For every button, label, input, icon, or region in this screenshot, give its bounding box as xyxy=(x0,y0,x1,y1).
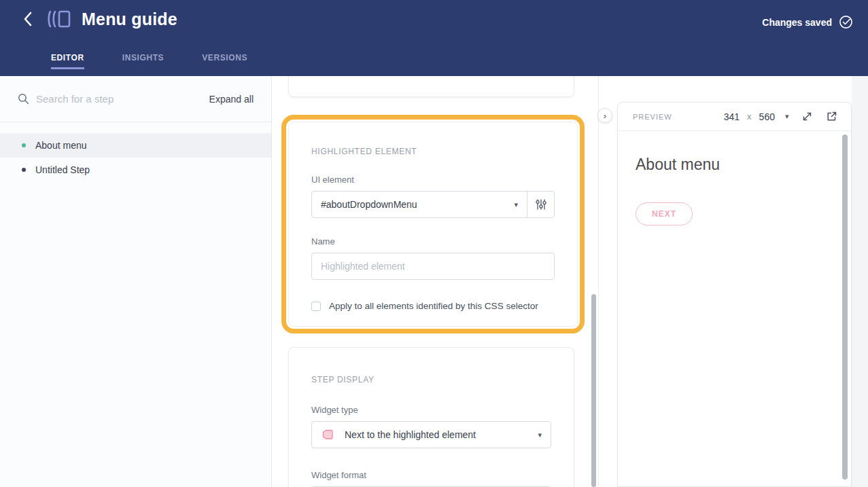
step-list: About menu Untitled Step xyxy=(0,133,271,182)
name-label: Name xyxy=(311,236,555,247)
preview-panel: PREVIEW 341 x 560 ▾ xyxy=(617,102,852,487)
tab-insights[interactable]: INSIGHTS xyxy=(122,42,164,69)
guide-logo-icon xyxy=(45,7,72,31)
sliders-icon xyxy=(536,198,546,211)
chevron-right-icon: › xyxy=(604,111,606,120)
previous-settings-card xyxy=(288,76,574,97)
header-tabs: EDITOR INSIGHTS VERSIONS xyxy=(51,42,247,69)
changes-saved-label: Changes saved xyxy=(762,17,832,28)
preview-step-title: About menu xyxy=(636,156,851,174)
preview-next-button[interactable]: NEXT xyxy=(636,202,693,226)
preview-scrollbar[interactable] xyxy=(842,134,848,480)
step-item-label: Untitled Step xyxy=(35,164,90,175)
preview-width-value: 341 xyxy=(724,111,740,122)
expand-preview-button[interactable] xyxy=(801,111,813,122)
preview-size-select[interactable]: 341 x 560 ▾ xyxy=(724,111,789,122)
back-button[interactable] xyxy=(18,9,37,29)
step-item-untitled-step[interactable]: Untitled Step xyxy=(0,158,271,182)
ui-element-select[interactable]: #aboutDropdownMenu ▾ xyxy=(312,192,527,217)
preview-title: PREVIEW xyxy=(633,113,672,121)
section-title: STEP DISPLAY xyxy=(311,375,551,384)
widget-type-label: Widget type xyxy=(311,405,551,415)
editor-scrollbar[interactable] xyxy=(591,294,596,487)
expand-arrows-icon xyxy=(801,111,813,122)
ui-element-combo: #aboutDropdownMenu ▾ xyxy=(311,191,555,218)
apply-all-label: Apply to all elements identified by this… xyxy=(329,301,538,311)
ui-element-value: #aboutDropdownMenu xyxy=(321,199,514,210)
ui-element-label: UI element xyxy=(311,175,555,185)
step-status-dot xyxy=(22,168,26,172)
highlighted-element-card: HIGHLIGHTED ELEMENT UI element #aboutDro… xyxy=(288,122,578,327)
selector-settings-button[interactable] xyxy=(527,192,554,217)
collapse-preview-button[interactable]: › xyxy=(597,108,612,123)
preview-header: PREVIEW 341 x 560 ▾ xyxy=(618,103,851,131)
apply-all-checkbox[interactable] xyxy=(311,302,321,311)
step-status-dot xyxy=(22,143,26,147)
check-circle-icon xyxy=(839,15,853,29)
step-item-label: About menu xyxy=(35,140,87,151)
widget-bubble-icon xyxy=(321,428,334,441)
tab-editor[interactable]: EDITOR xyxy=(51,42,84,69)
chevron-down-icon: ▾ xyxy=(785,112,789,121)
back-chevron-icon xyxy=(23,12,32,26)
preview-region: › PREVIEW 341 x 560 ▾ xyxy=(599,76,868,487)
step-editor-panel: HIGHLIGHTED ELEMENT UI element #aboutDro… xyxy=(272,76,599,487)
step-item-about-menu[interactable]: About menu xyxy=(0,133,271,158)
highlighted-element-ring: HIGHLIGHTED ELEMENT UI element #aboutDro… xyxy=(281,115,585,333)
chevron-down-icon: ▾ xyxy=(538,431,542,439)
step-search-row: Expand all xyxy=(0,76,271,122)
widget-format-label: Widget format xyxy=(311,470,551,480)
preview-height-value: 560 xyxy=(759,111,775,122)
right-margin-strip xyxy=(852,76,868,487)
app-header: Menu guide Changes saved EDITOR INSIGHTS… xyxy=(0,0,868,76)
step-display-card: STEP DISPLAY Widget type Next to the hig… xyxy=(288,347,574,487)
page-title: Menu guide xyxy=(82,10,177,29)
widget-type-value: Next to the highlighted element xyxy=(345,429,538,440)
size-separator: x xyxy=(747,111,752,122)
element-name-input[interactable] xyxy=(311,253,555,280)
section-title: HIGHLIGHTED ELEMENT xyxy=(311,147,555,156)
tab-versions[interactable]: VERSIONS xyxy=(202,42,247,69)
expand-all-link[interactable]: Expand all xyxy=(209,94,254,105)
search-icon xyxy=(18,93,29,105)
widget-type-select[interactable]: Next to the highlighted element ▾ xyxy=(311,421,551,448)
external-link-icon xyxy=(826,111,837,122)
steps-sidebar: Expand all About menu Untitled Step xyxy=(0,76,272,487)
apply-all-row: Apply to all elements identified by this… xyxy=(311,301,555,311)
open-in-new-tab-button[interactable] xyxy=(826,111,837,122)
chevron-down-icon: ▾ xyxy=(514,200,518,209)
search-input[interactable] xyxy=(36,93,209,105)
changes-saved-status: Changes saved xyxy=(762,15,853,29)
